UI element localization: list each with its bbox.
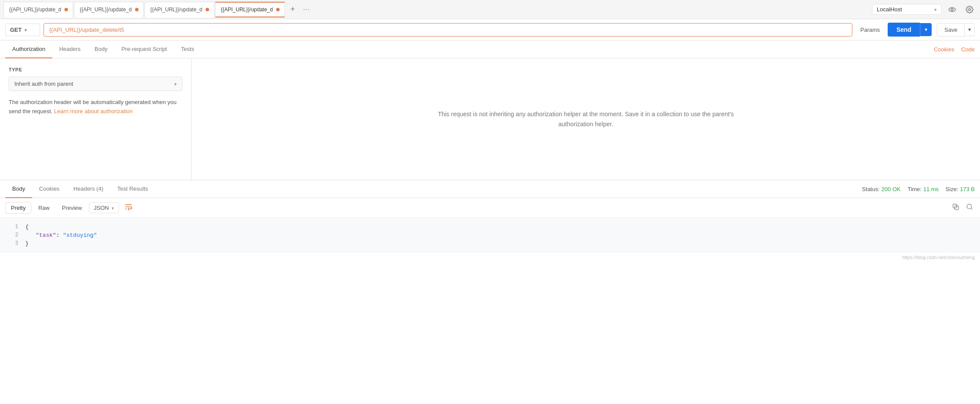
svg-point-7 bbox=[967, 204, 972, 209]
environment-label: LocalHost bbox=[877, 6, 902, 13]
line-content-1: { bbox=[25, 224, 29, 230]
line-num-3: 3 bbox=[5, 240, 18, 246]
type-label: TYPE bbox=[9, 67, 182, 72]
resp-tab-test-results-label: Test Results bbox=[117, 185, 148, 192]
cookies-link[interactable]: Cookies bbox=[934, 46, 954, 53]
copy-button[interactable] bbox=[950, 202, 961, 214]
tab-body-label: Body bbox=[95, 46, 108, 52]
auth-type-chevron bbox=[174, 81, 177, 87]
learn-more-text: Learn more about authorization bbox=[54, 108, 133, 114]
line-num-1: 1 bbox=[5, 224, 18, 230]
raw-button[interactable]: Raw bbox=[33, 202, 55, 213]
request-tab-1[interactable]: {{API_URL}}/update_d bbox=[3, 2, 73, 17]
request-tab-3[interactable]: {{API_URL}}/update_d bbox=[145, 2, 214, 17]
params-button[interactable]: Params bbox=[856, 24, 884, 36]
tab-tests[interactable]: Tests bbox=[174, 40, 201, 58]
send-button[interactable]: Send bbox=[888, 23, 920, 37]
code-line-3: 3 } bbox=[0, 239, 980, 248]
tab-3-label: {{API_URL}}/update_d bbox=[150, 7, 202, 13]
search-button[interactable] bbox=[964, 202, 975, 214]
resp-tab-test-results[interactable]: Test Results bbox=[110, 180, 155, 198]
svg-point-0 bbox=[949, 7, 956, 11]
request-tab-2[interactable]: {{API_URL}}/update_d bbox=[74, 2, 144, 17]
gear-icon bbox=[966, 6, 973, 13]
eye-button[interactable] bbox=[945, 3, 959, 17]
json-colon: : bbox=[56, 232, 63, 239]
status-label: Status: bbox=[862, 186, 879, 192]
tab-headers-label: Headers bbox=[59, 46, 81, 52]
code-area: 1 { 2 "task": "stduying" 3 } bbox=[0, 218, 980, 253]
tab-2-label: {{API_URL}}/update_d bbox=[80, 7, 132, 13]
search-icon bbox=[966, 203, 973, 210]
json-type-label: JSON bbox=[94, 205, 109, 211]
format-bar: Pretty Raw Preview JSON bbox=[0, 198, 980, 218]
send-dropdown-button[interactable]: ▾ bbox=[920, 23, 932, 36]
line-num-2: 2 bbox=[5, 232, 18, 238]
size-value: 173 B bbox=[960, 186, 975, 192]
eye-icon bbox=[948, 6, 956, 13]
tab-1-dot bbox=[64, 8, 68, 11]
request-tabs: Authorization Headers Body Pre-request S… bbox=[0, 40, 980, 58]
environment-selector[interactable]: LocalHost bbox=[872, 4, 942, 15]
add-tab-button[interactable]: + bbox=[286, 3, 300, 17]
request-tab-4[interactable]: {{API_URL}}/update_d bbox=[215, 2, 285, 17]
save-dropdown-button[interactable]: ▾ bbox=[965, 23, 975, 36]
watermark: https://blog.csdn.net/chenxuzheng bbox=[0, 253, 980, 262]
format-bar-right bbox=[950, 202, 975, 214]
resp-tab-cookies[interactable]: Cookies bbox=[32, 180, 67, 198]
code-line-2: 2 "task": "stduying" bbox=[0, 231, 980, 239]
auth-right-panel: This request is not inheriting any autho… bbox=[192, 58, 980, 180]
resp-tab-headers[interactable]: Headers (4) bbox=[67, 180, 111, 198]
resp-tab-headers-label: Headers (4) bbox=[74, 185, 104, 192]
gear-button[interactable] bbox=[963, 3, 977, 17]
tab-4-dot bbox=[276, 8, 280, 11]
request-tabs-right: Cookies Code bbox=[934, 46, 975, 53]
more-tabs-button[interactable]: ··· bbox=[300, 3, 314, 17]
tab-pre-request[interactable]: Pre-request Script bbox=[115, 40, 174, 58]
code-line-1: 1 { bbox=[0, 223, 980, 231]
tab-1-label: {{API_URL}}/update_d bbox=[9, 7, 61, 13]
save-button[interactable]: Save bbox=[937, 23, 965, 37]
response-tabs: Body Cookies Headers (4) Test Results St… bbox=[0, 180, 980, 198]
tab-authorization-label: Authorization bbox=[12, 46, 45, 52]
preview-button[interactable]: Preview bbox=[57, 202, 87, 213]
inherit-message: This request is not inheriting any autho… bbox=[433, 109, 738, 129]
time-value: 11 ms bbox=[923, 186, 939, 192]
pretty-button[interactable]: Pretty bbox=[5, 202, 31, 214]
svg-line-8 bbox=[971, 208, 972, 209]
tab-4-label: {{API_URL}}/update_d bbox=[221, 7, 273, 13]
wrap-icon bbox=[124, 202, 133, 211]
url-input[interactable] bbox=[44, 23, 852, 37]
size-label: Size: bbox=[946, 186, 958, 192]
method-chevron bbox=[24, 27, 27, 33]
wrap-button[interactable] bbox=[121, 202, 136, 213]
json-value-task: "stduying" bbox=[63, 232, 97, 239]
resp-tab-cookies-label: Cookies bbox=[39, 185, 60, 192]
copy-icon bbox=[952, 203, 959, 210]
tab-body[interactable]: Body bbox=[88, 40, 115, 58]
json-type-selector[interactable]: JSON bbox=[89, 202, 119, 213]
line-content-3: } bbox=[25, 240, 29, 247]
learn-more-link[interactable]: Learn more about authorization bbox=[54, 108, 133, 114]
time-label: Time: bbox=[908, 186, 922, 192]
auth-type-value: Inherit auth from parent bbox=[14, 81, 73, 87]
auth-left-panel: TYPE Inherit auth from parent The author… bbox=[0, 58, 192, 180]
auth-type-selector[interactable]: Inherit auth from parent bbox=[9, 77, 182, 91]
tab-tests-label: Tests bbox=[181, 46, 194, 52]
method-selector[interactable]: GET bbox=[5, 24, 40, 36]
tab-2-dot bbox=[135, 8, 139, 11]
code-link[interactable]: Code bbox=[961, 46, 975, 53]
method-label: GET bbox=[10, 27, 22, 33]
status-value: 200 OK bbox=[882, 186, 901, 192]
json-type-chevron bbox=[112, 205, 114, 211]
resp-tab-body-label: Body bbox=[12, 185, 25, 192]
tab-authorization[interactable]: Authorization bbox=[5, 40, 52, 58]
resp-tab-body[interactable]: Body bbox=[5, 180, 32, 198]
main-content: TYPE Inherit auth from parent The author… bbox=[0, 58, 980, 180]
tab-bar: {{API_URL}}/update_d {{API_URL}}/update_… bbox=[0, 0, 980, 19]
environment-chevron bbox=[934, 6, 937, 13]
tab-bar-right: LocalHost bbox=[872, 3, 977, 17]
json-key-task: "task" bbox=[36, 232, 56, 239]
tab-headers[interactable]: Headers bbox=[52, 40, 88, 58]
tab-3-dot bbox=[206, 8, 209, 11]
